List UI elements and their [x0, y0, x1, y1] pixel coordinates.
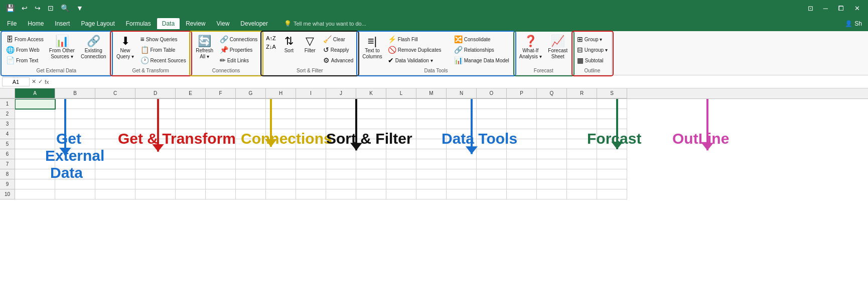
cell-n2[interactable]	[447, 109, 477, 119]
cell-j2[interactable]	[326, 109, 356, 119]
cell-s8[interactable]	[597, 169, 627, 179]
cell-j6[interactable]	[326, 149, 356, 159]
cell-q5[interactable]	[537, 139, 567, 149]
from-web-button[interactable]: 🌐 From Web	[4, 45, 46, 55]
from-table-button[interactable]: 📋 From Table	[138, 45, 188, 55]
col-header-p[interactable]: P	[507, 88, 537, 98]
col-header-q[interactable]: Q	[537, 88, 567, 98]
cell-m4[interactable]	[416, 129, 447, 139]
cell-r4[interactable]	[567, 129, 597, 139]
cell-g2[interactable]	[236, 109, 266, 119]
clear-button[interactable]: 🧹 Clear	[321, 34, 355, 44]
cell-e9[interactable]	[176, 179, 206, 189]
new-query-button[interactable]: ⬇ NewQuery ▾	[113, 34, 137, 61]
cell-b1[interactable]	[55, 99, 95, 109]
forecast-sheet-button[interactable]: 📈 ForecastSheet	[545, 34, 570, 61]
cell-p9[interactable]	[507, 179, 537, 189]
cell-a6[interactable]	[15, 149, 55, 159]
cell-c3[interactable]	[95, 119, 135, 129]
cell-p4[interactable]	[507, 129, 537, 139]
cell-d2[interactable]	[135, 109, 176, 119]
cell-g1[interactable]	[236, 99, 266, 109]
from-access-button[interactable]: 🗄 From Access	[4, 34, 46, 44]
cell-j4[interactable]	[326, 129, 356, 139]
cell-reference-input[interactable]	[2, 77, 30, 86]
col-header-d[interactable]: D	[135, 88, 176, 98]
from-other-sources-button[interactable]: 📊 From OtherSources ▾	[47, 34, 77, 61]
cell-i4[interactable]	[296, 129, 326, 139]
col-header-e[interactable]: E	[176, 88, 206, 98]
corner-cell[interactable]	[0, 88, 15, 98]
cell-l3[interactable]	[386, 119, 416, 129]
cell-p1[interactable]	[507, 99, 537, 109]
cell-s3[interactable]	[597, 119, 627, 129]
cell-o7[interactable]	[477, 159, 507, 169]
cell-r7[interactable]	[567, 159, 597, 169]
cell-l9[interactable]	[386, 179, 416, 189]
cell-q9[interactable]	[537, 179, 567, 189]
cell-r6[interactable]	[567, 149, 597, 159]
cell-b2[interactable]	[55, 109, 95, 119]
cell-f3[interactable]	[206, 119, 236, 129]
col-header-l[interactable]: L	[386, 88, 416, 98]
cell-o9[interactable]	[477, 179, 507, 189]
cell-d10[interactable]	[135, 189, 176, 199]
cell-l5[interactable]	[386, 139, 416, 149]
reapply-button[interactable]: ↺ Reapply	[321, 45, 355, 55]
cell-q8[interactable]	[537, 169, 567, 179]
insert-function-icon[interactable]: fx	[45, 79, 49, 85]
cell-e8[interactable]	[176, 169, 206, 179]
cell-m3[interactable]	[416, 119, 447, 129]
cell-n1[interactable]	[447, 99, 477, 109]
properties-button[interactable]: 📌 Properties	[218, 45, 260, 55]
group-button[interactable]: ⊞ Group ▾	[575, 34, 610, 44]
cell-i1[interactable]	[296, 99, 326, 109]
row-num-9[interactable]: 9	[0, 179, 15, 189]
what-if-analysis-button[interactable]: ❓ What-IfAnalysis ▾	[517, 34, 544, 61]
row-num-7[interactable]: 7	[0, 159, 15, 169]
cell-n7[interactable]	[447, 159, 477, 169]
cell-f2[interactable]	[206, 109, 236, 119]
sort-za-button[interactable]: Z↓A	[264, 43, 278, 51]
cancel-formula-icon[interactable]: ✕	[32, 78, 36, 85]
cell-k4[interactable]	[356, 129, 386, 139]
row-num-5[interactable]: 5	[0, 139, 15, 149]
row-num-4[interactable]: 4	[0, 129, 15, 139]
cell-q10[interactable]	[537, 189, 567, 199]
row-num-2[interactable]: 2	[0, 109, 15, 119]
cell-k2[interactable]	[356, 109, 386, 119]
cell-s6[interactable]	[597, 149, 627, 159]
cell-r10[interactable]	[567, 189, 597, 199]
cell-e10[interactable]	[176, 189, 206, 199]
minimize-button[interactable]: ─	[819, 3, 832, 14]
cell-g5[interactable]	[236, 139, 266, 149]
cell-s5[interactable]	[597, 139, 627, 149]
cell-p5[interactable]	[507, 139, 537, 149]
cell-o6[interactable]	[477, 149, 507, 159]
cell-j9[interactable]	[326, 179, 356, 189]
cell-o3[interactable]	[477, 119, 507, 129]
menu-review[interactable]: Review	[181, 18, 210, 29]
cell-k8[interactable]	[356, 169, 386, 179]
cell-c9[interactable]	[95, 179, 135, 189]
cell-h6[interactable]	[266, 149, 296, 159]
menu-formulas[interactable]: Formulas	[121, 18, 156, 29]
cell-h10[interactable]	[266, 189, 296, 199]
cell-e6[interactable]	[176, 149, 206, 159]
menu-developer[interactable]: Developer	[235, 18, 273, 29]
cell-c10[interactable]	[95, 189, 135, 199]
cell-b4[interactable]	[55, 129, 95, 139]
col-header-f[interactable]: F	[206, 88, 236, 98]
row-num-3[interactable]: 3	[0, 119, 15, 129]
cell-a4[interactable]	[15, 129, 55, 139]
cell-a10[interactable]	[15, 189, 55, 199]
cell-f5[interactable]	[206, 139, 236, 149]
cell-i5[interactable]	[296, 139, 326, 149]
cell-j5[interactable]	[326, 139, 356, 149]
cell-h3[interactable]	[266, 119, 296, 129]
cell-o10[interactable]	[477, 189, 507, 199]
save-icon[interactable]: 💾	[4, 3, 17, 13]
cell-d8[interactable]	[135, 169, 176, 179]
qat-dropdown-icon[interactable]: ▼	[74, 3, 85, 13]
cell-h2[interactable]	[266, 109, 296, 119]
